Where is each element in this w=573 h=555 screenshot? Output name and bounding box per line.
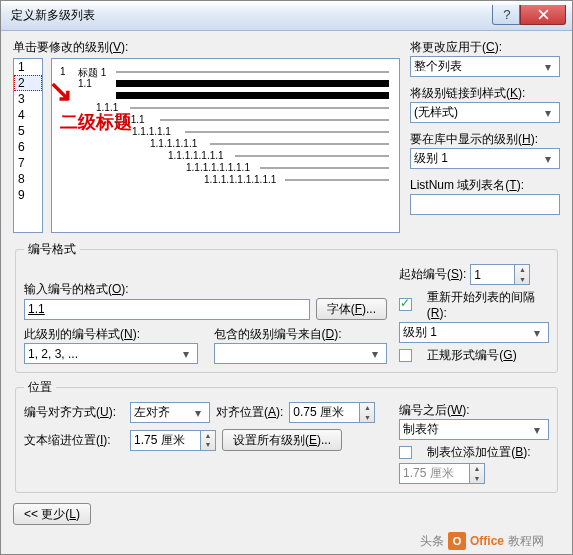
watermark: 头条 O Office教程网 bbox=[420, 532, 544, 550]
less-button[interactable]: << 更少(L) bbox=[13, 503, 91, 525]
text-indent-label: 文本缩进位置(I): bbox=[24, 432, 124, 449]
spin-down-icon: ▼ bbox=[360, 413, 374, 423]
number-format-legend: 编号格式 bbox=[24, 241, 80, 258]
tab-checkbox[interactable] bbox=[399, 446, 412, 459]
include-from-label: 包含的级别编号来自(D): bbox=[214, 326, 388, 343]
start-label: 起始编号(S): bbox=[399, 266, 466, 283]
dialog-content: 单击要修改的级别(V): 1 2 3 4 5 6 7 8 9 1标题 11.11… bbox=[1, 31, 572, 533]
spin-up-icon: ▲ bbox=[470, 464, 484, 474]
align-at-spinner[interactable]: ▲▼ bbox=[289, 402, 375, 423]
align-label: 编号对齐方式(U): bbox=[24, 404, 124, 421]
spin-up-icon: ▲ bbox=[201, 431, 215, 441]
chevron-down-icon: ▾ bbox=[529, 423, 545, 437]
svg-text:?: ? bbox=[503, 9, 510, 20]
restart-checkbox[interactable] bbox=[399, 298, 412, 311]
chevron-down-icon: ▾ bbox=[529, 326, 545, 340]
level-item[interactable]: 4 bbox=[14, 107, 42, 123]
after-label: 编号之后(W): bbox=[399, 402, 549, 419]
window-title: 定义新多级列表 bbox=[7, 7, 492, 24]
font-button[interactable]: 字体(F)... bbox=[316, 298, 387, 320]
position-group: 位置 编号对齐方式(U): 左对齐▾ 对齐位置(A): ▲▼ 文本缩进位置(I)… bbox=[15, 379, 558, 493]
level-item[interactable]: 2 bbox=[14, 75, 42, 91]
tab-at-spinner: ▲▼ bbox=[399, 463, 549, 484]
format-input[interactable] bbox=[24, 299, 310, 320]
level-item[interactable]: 8 bbox=[14, 171, 42, 187]
link-style-select[interactable]: (无样式)▾ bbox=[410, 102, 560, 123]
spin-down-icon: ▼ bbox=[470, 474, 484, 484]
chevron-down-icon: ▾ bbox=[178, 347, 194, 361]
listnum-input[interactable] bbox=[410, 194, 560, 215]
start-spinner[interactable]: ▲▼ bbox=[470, 264, 530, 285]
format-label: 输入编号的格式(O): bbox=[24, 281, 387, 298]
dialog-window: 定义新多级列表 ? 单击要修改的级别(V): 1 2 3 4 5 bbox=[0, 0, 573, 555]
chevron-down-icon: ▾ bbox=[540, 60, 556, 74]
spin-down-icon: ▼ bbox=[201, 440, 215, 450]
chevron-down-icon: ▾ bbox=[540, 106, 556, 120]
level-item[interactable]: 3 bbox=[14, 91, 42, 107]
chevron-down-icon: ▾ bbox=[190, 406, 206, 420]
right-column: 将更改应用于(C): 整个列表▾ 将级别链接到样式(K): (无样式)▾ 要在库… bbox=[410, 39, 560, 215]
level-item[interactable]: 6 bbox=[14, 139, 42, 155]
preview-pane: 1标题 11.11.1.11.1.1.11.1.1.1.11.1.1.1.1.1… bbox=[51, 58, 400, 233]
level-item[interactable]: 1 bbox=[14, 59, 42, 75]
style-select[interactable]: 1, 2, 3, ...▾ bbox=[24, 343, 198, 364]
level-listbox[interactable]: 1 2 3 4 5 6 7 8 9 bbox=[13, 58, 43, 233]
logo-icon: O bbox=[448, 532, 466, 550]
title-bar: 定义新多级列表 ? bbox=[1, 1, 572, 31]
position-legend: 位置 bbox=[24, 379, 56, 396]
set-all-levels-button[interactable]: 设置所有级别(E)... bbox=[222, 429, 342, 451]
align-at-label: 对齐位置(A): bbox=[216, 404, 283, 421]
click-level-label: 单击要修改的级别(V): bbox=[13, 39, 400, 56]
legal-label: 正规形式编号(G) bbox=[427, 347, 516, 364]
style-label: 此级别的编号样式(N): bbox=[24, 326, 198, 343]
window-buttons: ? bbox=[492, 6, 566, 25]
number-format-group: 编号格式 输入编号的格式(O): 字体(F)... 此级别的编号样式(N): 1… bbox=[15, 241, 558, 373]
text-indent-spinner[interactable]: ▲▼ bbox=[130, 430, 216, 451]
spin-up-icon: ▲ bbox=[360, 403, 374, 413]
tab-at-label: 制表位添加位置(B): bbox=[427, 444, 530, 461]
show-in-lib-select[interactable]: 级别 1▾ bbox=[410, 148, 560, 169]
apply-label: 将更改应用于(C): bbox=[410, 39, 560, 56]
link-style-label: 将级别链接到样式(K): bbox=[410, 85, 560, 102]
after-select[interactable]: 制表符▾ bbox=[399, 419, 549, 440]
chevron-down-icon: ▾ bbox=[540, 152, 556, 166]
legal-checkbox[interactable] bbox=[399, 349, 412, 362]
align-select[interactable]: 左对齐▾ bbox=[130, 402, 210, 423]
restart-label: 重新开始列表的间隔(R): bbox=[427, 289, 549, 320]
level-item[interactable]: 7 bbox=[14, 155, 42, 171]
include-from-select[interactable]: ▾ bbox=[214, 343, 388, 364]
close-button[interactable] bbox=[520, 5, 566, 25]
restart-select[interactable]: 级别 1▾ bbox=[399, 322, 549, 343]
apply-select[interactable]: 整个列表▾ bbox=[410, 56, 560, 77]
spin-up-icon: ▲ bbox=[515, 265, 529, 275]
show-in-lib-label: 要在库中显示的级别(H): bbox=[410, 131, 560, 148]
chevron-down-icon: ▾ bbox=[367, 347, 383, 361]
listnum-label: ListNum 域列表名(T): bbox=[410, 177, 560, 194]
help-button[interactable]: ? bbox=[492, 5, 520, 25]
level-item[interactable]: 5 bbox=[14, 123, 42, 139]
level-item[interactable]: 9 bbox=[14, 187, 42, 203]
spin-down-icon: ▼ bbox=[515, 275, 529, 285]
